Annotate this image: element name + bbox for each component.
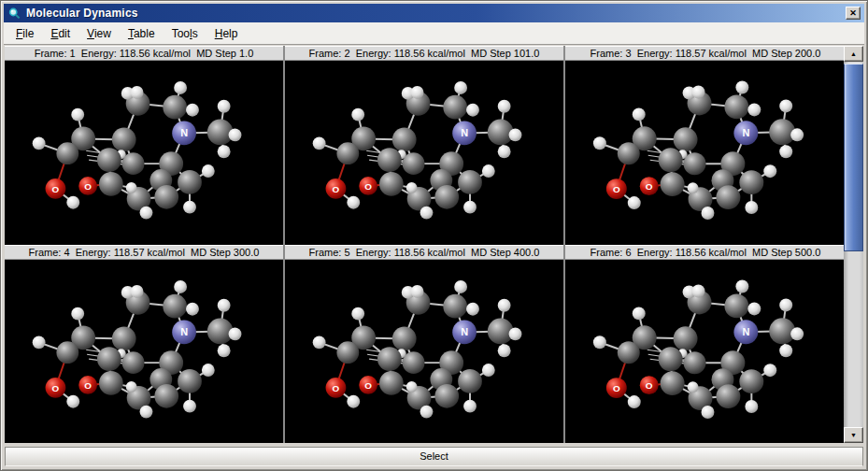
frame-header: Frame: 1 Energy: 118.56 kcal/mol MD Step… [5,46,283,61]
svg-text:O: O [646,380,653,391]
molecule-viewport[interactable]: NOO [565,61,846,245]
svg-text:N: N [180,326,188,337]
frame-header: Frame: 4 Energy: 118.57 kcal/mol MD Step… [5,245,283,260]
svg-text:O: O [364,181,372,192]
svg-text:O: O [52,184,60,194]
svg-text:N: N [461,326,468,337]
svg-text:N: N [180,127,188,138]
molecule-viewport[interactable]: NOO [5,61,283,245]
status-bar: Select [5,447,863,466]
frame-header: Frame: 5 Energy: 118.56 kcal/mol MD Step… [285,245,563,260]
svg-text:N: N [742,127,749,138]
scrollbar-thumb[interactable] [844,64,863,251]
app-window: Molecular Dynamics ✕ File Edit View Tabl… [0,0,868,471]
frame-cell-6: Frame: 6 Energy: 118.56 kcal/mol MD Step… [565,245,846,444]
svg-text:O: O [84,379,92,390]
frame-header: Frame: 6 Energy: 118.56 kcal/mol MD Step… [565,245,846,260]
frame-cell-4: Frame: 4 Energy: 118.57 kcal/mol MD Step… [5,245,285,444]
frame-cell-3: Frame: 3 Energy: 118.57 kcal/mol MD Step… [565,46,846,245]
svg-text:O: O [613,383,620,393]
scroll-up-icon[interactable]: ▲ [844,46,863,62]
menu-view[interactable]: View [78,24,120,43]
frame-cell-1: Frame: 1 Energy: 118.56 kcal/mol MD Step… [5,46,285,245]
magnifier-icon[interactable] [7,7,21,21]
svg-text:O: O [613,184,620,194]
menu-bar: File Edit View Table Tools Help [4,22,864,45]
status-text: Select [420,450,448,462]
menu-tools[interactable]: Tools [164,24,206,43]
svg-text:O: O [333,382,340,392]
close-button[interactable]: ✕ [846,7,861,20]
menu-table[interactable]: Table [120,24,164,43]
window-title: Molecular Dynamics [26,7,846,20]
svg-text:O: O [52,382,60,392]
menu-file[interactable]: File [7,24,42,43]
scroll-down-icon[interactable]: ▼ [844,427,863,443]
svg-text:N: N [742,326,749,337]
svg-text:O: O [364,379,372,390]
molecule-viewport[interactable]: NOO [285,260,563,444]
scrollbar-grip [848,142,860,174]
menu-edit[interactable]: Edit [42,24,78,43]
frame-header: Frame: 2 Energy: 118.56 kcal/mol MD Step… [285,46,563,61]
svg-text:O: O [333,184,340,194]
title-bar[interactable]: Molecular Dynamics ✕ [4,4,864,22]
frame-cell-2: Frame: 2 Energy: 118.56 kcal/mol MD Step… [285,46,565,245]
frame-cell-5: Frame: 5 Energy: 118.56 kcal/mol MD Step… [285,245,565,444]
vertical-scrollbar[interactable]: ▲ ▼ [844,46,863,443]
frame-grid: Frame: 1 Energy: 118.56 kcal/mol MD Step… [5,46,846,443]
svg-text:N: N [461,127,468,138]
svg-text:O: O [84,181,92,192]
frame-header: Frame: 3 Energy: 118.57 kcal/mol MD Step… [565,46,846,61]
molecule-viewport[interactable]: NOO [285,61,563,245]
molecule-viewport[interactable]: NOO [5,260,283,444]
menu-help[interactable]: Help [206,24,247,43]
svg-text:O: O [646,181,653,192]
molecule-viewport[interactable]: NOO [565,260,846,444]
